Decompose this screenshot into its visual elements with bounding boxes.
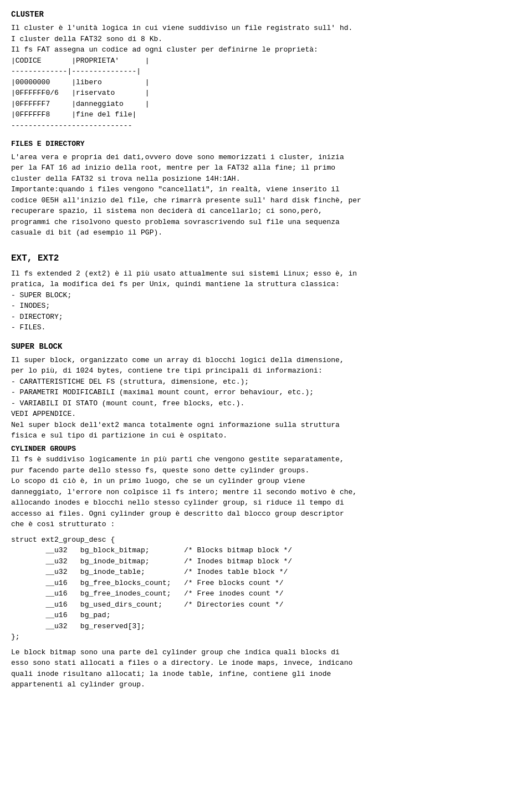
cluster-para-5: Importante:quando i files vengono "cance… bbox=[11, 184, 521, 238]
cluster-table: |CODICE |PROPRIETA' | -------------|----… bbox=[11, 55, 521, 131]
cylinder-groups-paragraph: Il fs è suddiviso logicamente in più par… bbox=[11, 454, 521, 530]
ext-paragraph: Il fs extended 2 (ext2) è il più usato a… bbox=[11, 268, 521, 333]
ext-section: EXT, EXT2 Il fs extended 2 (ext2) è il p… bbox=[11, 252, 521, 333]
ext-heading: EXT, EXT2 bbox=[11, 252, 521, 265]
superblock-paragraph: Il super block, organizzato come un arra… bbox=[11, 355, 521, 441]
cylinder-groups-heading: CYLINDER GROUPS bbox=[11, 445, 76, 453]
cluster-section: CLUSTER Il cluster è l'unità logica in c… bbox=[11, 9, 521, 238]
cylinder-groups-footer: Le block bitmap sono una parte del cylin… bbox=[11, 647, 521, 690]
cluster-heading: CLUSTER bbox=[11, 9, 521, 21]
files-directory-heading: FILES E DIRECTORY bbox=[11, 140, 85, 148]
superblock-section: SUPER BLOCK Il super block, organizzato … bbox=[11, 341, 521, 441]
cluster-para-2: Il fs FAT assegna un codice ad ogni clus… bbox=[11, 44, 521, 55]
cluster-para-1: Il cluster è l'unità logica in cui viene… bbox=[11, 23, 521, 44]
cylinder-groups-section: CYLINDER GROUPS Il fs è suddiviso logica… bbox=[11, 444, 521, 690]
cluster-para-4: L'area vera e propria dei dati,ovvero do… bbox=[11, 152, 521, 185]
superblock-heading: SUPER BLOCK bbox=[11, 341, 521, 353]
cylinder-groups-code: struct ext2_group_desc { __u32 bg_block_… bbox=[11, 535, 521, 643]
